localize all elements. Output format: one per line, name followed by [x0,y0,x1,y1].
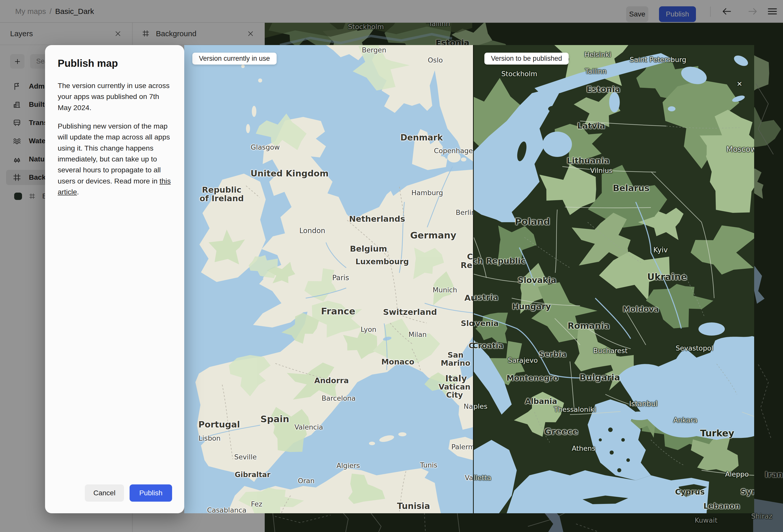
version-current-chip: Version currently in use [192,53,277,65]
map-preview-new-version: Version to be published HelsinkiSaint Pe… [474,45,754,513]
cancel-button[interactable]: Cancel [85,484,124,502]
comparison-divider [473,45,474,513]
map-preview-current-version: Version currently in use BergenOsloGlasg… [184,45,473,513]
publish-button-modal[interactable]: Publish [130,484,172,502]
modal-paragraph-2: Publishing new version of the map will u… [58,121,172,197]
modal-title: Publish map [58,58,171,69]
modal-actions: Cancel Publish [85,484,172,502]
version-new-chip: Version to be published [484,53,569,65]
dark-map-art [474,45,754,513]
modal-paragraph-1: The version currently in use across your… [58,80,172,113]
publish-map-modal: Publish map The version currently in use… [45,45,184,513]
light-map-art [184,45,473,513]
app-window: StockholmTallinnEstoniaIranShirazKuwait … [0,0,783,532]
